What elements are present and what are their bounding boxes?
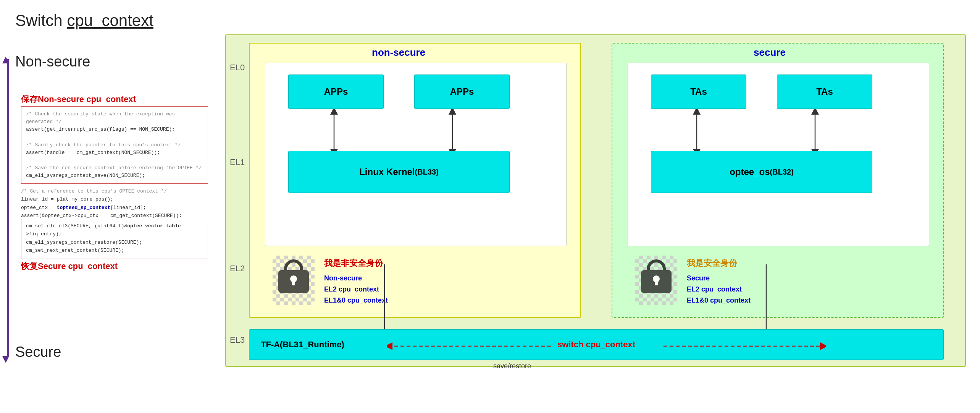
code-line-5: optee_ctx = &opteed_sp_context[linear_id… — [21, 205, 146, 211]
vertical-line — [7, 59, 9, 357]
ns-lock-keyhole — [290, 275, 297, 282]
non-secure-title: non-secure — [372, 47, 425, 58]
comment-1: /* Check the security state when the exc… — [26, 111, 175, 125]
sec-ta1-box: TAs — [651, 75, 746, 109]
ns-lock-shackle — [284, 259, 303, 271]
secure-title: secure — [754, 47, 786, 58]
sec-lock-keyhole — [653, 275, 660, 282]
el3-switch-label: switch cpu_context — [557, 340, 635, 350]
ns-lock-wrapper — [273, 256, 315, 305]
arrow-down-icon — [2, 356, 9, 363]
ns-inner-box: APPs APPs — [265, 63, 567, 246]
sec-inner-box: TAs TAs — [628, 63, 929, 246]
save-restore-label: save/restore — [493, 362, 531, 370]
comment-3: /* Save the non-secure context before en… — [26, 165, 202, 171]
arrow-up-icon — [2, 57, 9, 63]
el3-bar: TF-A(BL31_Runtime) switch cpu_context — [249, 329, 944, 360]
code-box-1: /* Check the security state when the exc… — [21, 106, 208, 184]
el1-label: EL1 — [230, 157, 245, 167]
sec-context-text: Secure EL2 cpu_context EL1&0 cpu_context — [687, 273, 751, 306]
ns-app2-box: APPs — [414, 75, 510, 109]
code-line-1: assert(get_interrupt_src_ss(flags) == NO… — [26, 126, 175, 132]
comment-4: /* Get a reference to this cpu's OPTEE c… — [21, 188, 167, 194]
code-line-4: linear_id = plat_my_core_pos(); — [21, 196, 113, 202]
page-title: Switch cpu_context — [15, 11, 214, 30]
ns-arrow2-svg — [443, 109, 462, 155]
sec-ta2-box: TAs — [777, 75, 872, 109]
code-line-3: cm_el1_sysregs_context_save(NON_SECURE); — [26, 173, 145, 178]
code-line-7: cm_set_elr_el3(SECURE, (uint64_t)&optee_… — [26, 223, 184, 237]
sec-lock-shackle — [647, 259, 666, 271]
ns-down-arrow-svg — [375, 262, 394, 339]
code-line-8: cm_el1_sysregs_context_restore(SECURE); — [26, 240, 142, 245]
secure-label: Secure — [15, 344, 61, 360]
ns-app1-box: APPs — [288, 75, 384, 109]
sec-arrow2-svg — [806, 109, 825, 155]
ns-identity-text: 我是非安全身份 — [324, 258, 383, 269]
el3-tfa-label: TF-A(BL31_Runtime) — [261, 340, 344, 350]
title-underline: cpu_context — [67, 11, 153, 29]
sec-context-line1: Secure — [687, 274, 710, 282]
el3-right-arrow-svg — [662, 340, 826, 352]
restore-label: 恢复Secure cpu_context — [21, 261, 118, 272]
left-panel: Switch cpu_context — [15, 11, 214, 45]
ns-context-line1: Non-secure — [324, 274, 362, 282]
sec-lock-wrapper — [635, 256, 677, 305]
non-secure-box: non-secure APPs APPs — [249, 43, 581, 318]
el0-label: EL0 — [230, 63, 245, 73]
code-line-9: cm_set_next_eret_context(SECURE); — [26, 248, 124, 253]
save-label: 保存Non-secure cpu_context — [21, 94, 136, 105]
sec-identity-text: 我是安全身份 — [687, 258, 737, 269]
ns-context-line2: EL2 cpu_context — [324, 285, 379, 293]
ns-el2-area: 我是非安全身份 Non-secure EL2 cpu_context EL1&0… — [265, 252, 567, 315]
non-secure-label: Non-secure — [15, 53, 90, 70]
el3-left-arrow-svg — [387, 340, 551, 352]
diagram-area: EL0 EL1 EL2 EL3 non-secure APPs APPs — [225, 34, 966, 394]
mid-code: /* Get a reference to this cpu's OPTEE c… — [21, 187, 208, 220]
code-box-2: cm_set_elr_el3(SECURE, (uint64_t)&optee_… — [21, 218, 208, 259]
el2-label: EL2 — [230, 264, 245, 274]
sec-down-arrow-svg — [757, 262, 776, 339]
secure-box: secure TAs TAs — [612, 43, 944, 318]
comment-2: /* Sanity check the pointer to this cpu'… — [26, 142, 181, 148]
ns-lock-body — [278, 270, 309, 293]
code-line-2: assert(handle == cm_get_context(NON_SECU… — [26, 150, 160, 155]
sec-context-line3: EL1&0 cpu_context — [687, 296, 751, 304]
ns-kernel-box: Linux Kernel(BL33) — [288, 151, 510, 193]
ns-lock-icon — [276, 259, 311, 301]
sec-optee-box: optee_os(BL32) — [651, 151, 872, 193]
sec-el2-area: 我是安全身份 Secure EL2 cpu_context EL1&0 cpu_… — [628, 252, 929, 315]
sec-lock-body — [641, 270, 672, 293]
sec-lock-icon — [639, 259, 673, 301]
el3-label: EL3 — [230, 335, 245, 345]
outer-green-box: EL0 EL1 EL2 EL3 non-secure APPs APPs — [225, 34, 966, 367]
ns-arrow1-svg — [325, 109, 344, 155]
sec-arrow1-svg — [687, 109, 706, 155]
sec-context-line2: EL2 cpu_context — [687, 285, 742, 293]
